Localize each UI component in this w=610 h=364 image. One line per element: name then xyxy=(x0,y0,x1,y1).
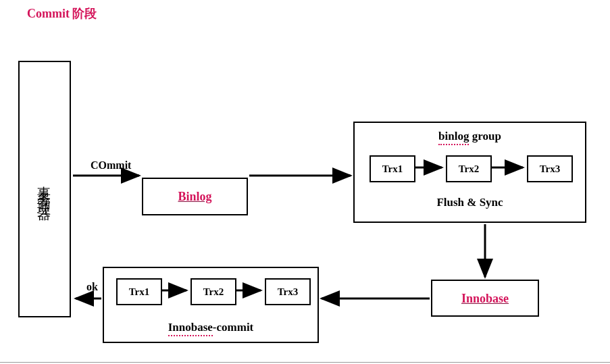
binlog-group-footer: Flush & Sync xyxy=(355,196,585,209)
binlog-group-title: binlog group xyxy=(355,130,585,145)
innobase-box: Innobase xyxy=(431,280,539,317)
transaction-manager-label: 事务管理器 xyxy=(20,62,70,316)
trx-box: Trx3 xyxy=(527,155,573,182)
binlog-group-box: binlog group Trx1 Trx2 Trx3 Flush & Sync xyxy=(353,122,586,223)
innobase-label: Innobase xyxy=(461,292,509,305)
diagram-title: Commit 阶段 xyxy=(27,5,97,22)
ok-edge-label: ok xyxy=(86,281,98,293)
commit-edge-label: COmmit xyxy=(91,159,131,172)
binlog-box: Binlog xyxy=(142,178,248,215)
trx-box: Trx3 xyxy=(265,278,311,305)
trx-box: Trx2 xyxy=(190,278,236,305)
transaction-manager-box: 事务管理器 xyxy=(18,61,71,317)
binlog-label: Binlog xyxy=(178,190,211,203)
footer-divider xyxy=(0,362,610,363)
innobase-commit-box: Trx1 Trx2 Trx3 Innobase-commit xyxy=(103,267,319,343)
trx-box: Trx1 xyxy=(116,278,162,305)
innobase-commit-title: Innobase-commit xyxy=(104,321,317,336)
trx-box: Trx2 xyxy=(446,155,492,182)
trx-box: Trx1 xyxy=(370,155,415,182)
